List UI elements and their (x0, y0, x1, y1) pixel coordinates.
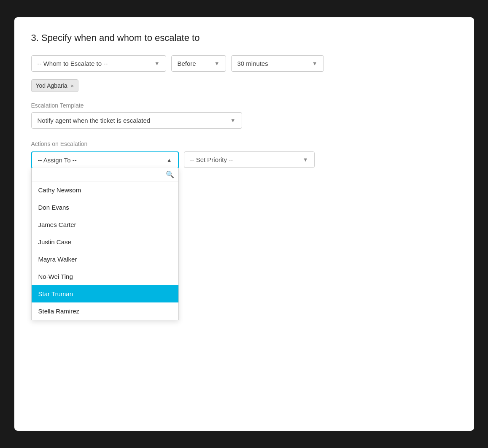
template-selected: Notify agent when the ticket is escalate… (38, 117, 151, 124)
list-item[interactable]: Justin Case (32, 233, 178, 251)
minutes-chevron-icon: ▼ (312, 60, 318, 67)
tag-remove-button[interactable]: × (71, 83, 74, 89)
actions-label: Actions on Escalation (31, 140, 457, 147)
main-card: 3. Specify when and whom to escalate to … (14, 17, 474, 431)
list-item[interactable]: Star Truman (32, 285, 178, 302)
minutes-dropdown[interactable]: 30 minutes ▼ (231, 55, 324, 72)
list-item[interactable]: Cathy Newsom (32, 181, 178, 199)
search-row: 🔍 (32, 168, 178, 181)
actions-row: -- Assign To -- ▲ 🔍 Cathy NewsomDon Evan… (31, 151, 457, 169)
search-icon: 🔍 (166, 170, 174, 178)
assign-to-container: -- Assign To -- ▲ 🔍 Cathy NewsomDon Evan… (31, 151, 179, 169)
assign-search-input[interactable] (36, 171, 166, 178)
assign-to-list: Cathy NewsomDon EvansJames CarterJustin … (32, 181, 178, 320)
before-dropdown[interactable]: Before ▼ (171, 55, 226, 72)
escalation-row: -- Whom to Escalate to -- ▼ Before ▼ 30 … (31, 55, 457, 72)
list-item[interactable]: Mayra Walker (32, 251, 178, 268)
list-item[interactable]: James Carter (32, 216, 178, 233)
section-title: 3. Specify when and whom to escalate to (31, 32, 457, 43)
actions-section: Actions on Escalation -- Assign To -- ▲ … (31, 140, 457, 169)
before-chevron-icon: ▼ (214, 60, 220, 67)
template-label: Escalation Template (31, 102, 457, 109)
priority-chevron-icon: ▼ (303, 157, 308, 163)
whom-label: -- Whom to Escalate to -- (38, 60, 108, 67)
template-dropdown[interactable]: Notify agent when the ticket is escalate… (31, 112, 242, 129)
whom-dropdown[interactable]: -- Whom to Escalate to -- ▼ (31, 55, 166, 72)
assign-to-panel: 🔍 Cathy NewsomDon EvansJames CarterJusti… (31, 168, 179, 320)
set-priority-label: -- Set Priority -- (190, 156, 233, 163)
assign-chevron-up-icon: ▲ (167, 157, 172, 163)
set-priority-dropdown[interactable]: -- Set Priority -- ▼ (184, 151, 315, 168)
whom-chevron-icon: ▼ (154, 60, 160, 67)
minutes-label: 30 minutes (237, 60, 268, 67)
template-chevron-icon: ▼ (230, 117, 236, 124)
before-label: Before (178, 60, 196, 67)
list-item[interactable]: Don Evans (32, 199, 178, 216)
tag-label: Yod Agbaria (36, 82, 67, 89)
selected-tag: Yod Agbaria × (31, 79, 79, 92)
assign-to-label: -- Assign To -- (38, 157, 77, 164)
list-item[interactable]: Stella Ramirez (32, 302, 178, 320)
assign-to-dropdown[interactable]: -- Assign To -- ▲ (31, 151, 179, 169)
list-item[interactable]: No-Wei Ting (32, 268, 178, 285)
